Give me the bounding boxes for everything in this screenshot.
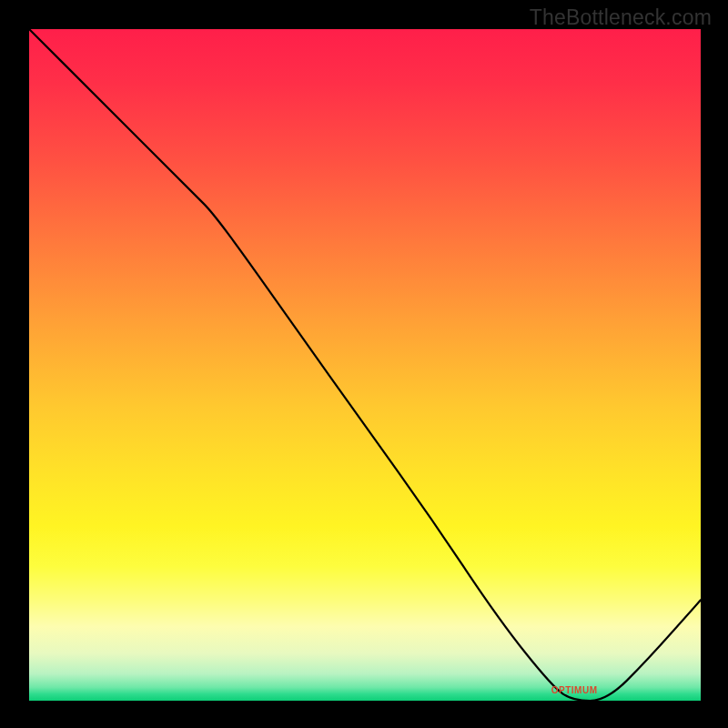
bottleneck-curve: [29, 29, 701, 701]
chart-frame: TheBottleneck.com OPTIMUM: [0, 0, 728, 728]
curve-path: [29, 29, 701, 701]
plot-area: OPTIMUM: [29, 29, 701, 701]
optimum-marker: OPTIMUM: [551, 685, 598, 695]
watermark-text: TheBottleneck.com: [530, 5, 712, 30]
